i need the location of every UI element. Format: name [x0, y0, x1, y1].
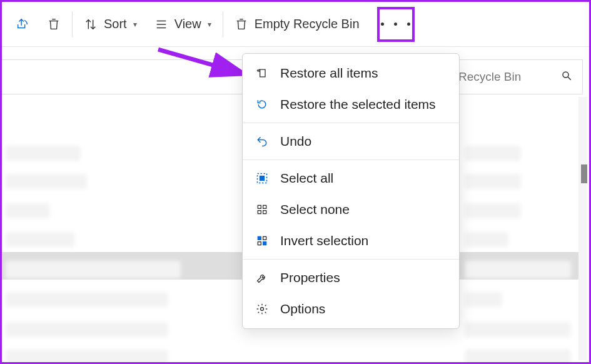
list-item[interactable] — [6, 322, 168, 337]
trash-icon — [47, 18, 61, 31]
chevron-down-icon: ▾ — [133, 20, 137, 29]
sort-label: Sort — [104, 17, 127, 31]
scrollbar-thumb[interactable] — [581, 164, 587, 183]
select-all-icon — [255, 171, 269, 185]
menu-label: Select all — [280, 171, 333, 186]
trash-icon — [235, 18, 248, 31]
scrollbar-track[interactable] — [578, 97, 587, 360]
menu-label: Restore the selected items — [280, 97, 436, 112]
svg-point-3 — [563, 72, 568, 78]
restore-icon — [255, 98, 269, 111]
wrench-icon — [255, 271, 269, 285]
list-item — [465, 350, 571, 364]
svg-rect-11 — [263, 211, 266, 214]
gear-icon — [255, 302, 269, 316]
chevron-down-icon: ▾ — [208, 20, 211, 29]
options-menu-item[interactable]: Options — [243, 293, 459, 325]
restore-all-icon — [255, 66, 269, 80]
properties-menu-item[interactable]: Properties — [243, 262, 459, 293]
select-none-menu-item[interactable]: Select none — [243, 194, 459, 225]
more-button-highlight — [377, 7, 415, 42]
svg-rect-9 — [263, 205, 266, 208]
sort-icon — [84, 18, 98, 31]
select-all-menu-item[interactable]: Select all — [243, 163, 459, 194]
svg-rect-13 — [263, 236, 266, 240]
list-item[interactable] — [6, 292, 168, 307]
more-menu: Restore all items Restore the selected i… — [242, 53, 460, 329]
svg-rect-8 — [258, 205, 261, 208]
svg-rect-14 — [258, 242, 261, 245]
view-button[interactable]: View ▾ — [146, 7, 220, 42]
list-item — [465, 322, 571, 337]
list-item — [465, 232, 508, 247]
empty-label: Empty Recycle Bin — [255, 17, 360, 31]
menu-label: Undo — [280, 134, 311, 149]
list-item[interactable] — [6, 203, 49, 218]
menu-separator — [243, 159, 459, 160]
separator — [223, 11, 223, 38]
menu-label: Options — [280, 301, 325, 316]
list-item — [465, 146, 521, 161]
svg-rect-10 — [258, 211, 261, 214]
svg-rect-7 — [260, 176, 265, 181]
list-item[interactable] — [6, 261, 181, 278]
menu-label: Invert selection — [280, 233, 368, 248]
separator — [72, 11, 73, 38]
more-button[interactable] — [379, 7, 412, 42]
sort-button[interactable]: Sort ▾ — [75, 7, 146, 42]
ellipsis-icon — [381, 23, 384, 26]
toolbar: Sort ▾ View ▾ Empty Recycle Bin — [2, 2, 589, 47]
menu-label: Select none — [280, 202, 350, 217]
share-icon — [16, 18, 29, 31]
share-button[interactable] — [7, 7, 38, 42]
invert-selection-menu-item[interactable]: Invert selection — [243, 225, 459, 256]
undo-icon — [255, 134, 269, 148]
view-label: View — [174, 17, 201, 31]
svg-point-16 — [261, 308, 264, 311]
restore-all-menu-item[interactable]: Restore all items — [243, 58, 459, 89]
list-item[interactable] — [6, 350, 168, 364]
menu-separator — [243, 123, 459, 123]
menu-label: Restore all items — [280, 66, 378, 81]
search-input[interactable] — [458, 70, 552, 84]
invert-selection-icon — [255, 234, 269, 248]
list-item — [465, 174, 521, 189]
list-item[interactable] — [6, 232, 74, 247]
list-item — [465, 203, 521, 218]
view-icon — [154, 18, 168, 31]
menu-label: Properties — [280, 270, 340, 285]
list-item — [465, 261, 571, 278]
select-none-icon — [255, 203, 269, 216]
svg-rect-15 — [263, 242, 266, 245]
list-item[interactable] — [6, 146, 81, 161]
menu-separator — [243, 259, 459, 260]
search-icon[interactable] — [561, 70, 572, 84]
restore-selected-menu-item[interactable]: Restore the selected items — [243, 89, 459, 120]
svg-rect-12 — [258, 236, 261, 240]
svg-line-4 — [568, 77, 571, 80]
list-item[interactable] — [6, 174, 87, 189]
undo-menu-item[interactable]: Undo — [243, 126, 459, 157]
delete-button[interactable] — [38, 7, 69, 42]
empty-recycle-bin-button[interactable]: Empty Recycle Bin — [226, 7, 368, 42]
list-item — [465, 292, 502, 307]
